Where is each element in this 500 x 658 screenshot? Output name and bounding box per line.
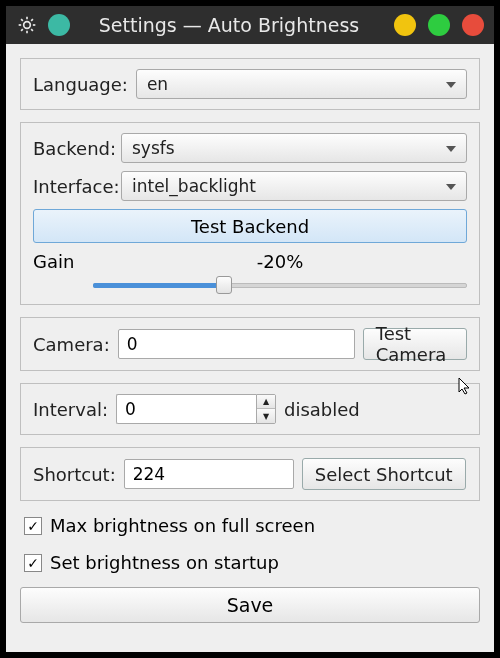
svg-point-0 (24, 22, 31, 29)
interval-label: Interval: (33, 399, 108, 420)
shortcut-group: Shortcut: Select Shortcut (20, 447, 480, 501)
language-label: Language: (33, 74, 128, 95)
settings-window: Settings — Auto Brightness Language: en … (0, 0, 500, 658)
gain-value: -20% (93, 251, 467, 272)
interval-status: disabled (284, 399, 360, 420)
checkbox-checked-icon[interactable]: ✓ (24, 517, 42, 535)
camera-group: Camera: Test Camera (20, 317, 480, 371)
interval-input[interactable] (116, 394, 256, 424)
startup-brightness-checkbox-row[interactable]: ✓ Set brightness on startup (20, 550, 480, 575)
backend-select[interactable]: sysfs (121, 133, 467, 163)
svg-line-5 (21, 19, 23, 21)
backend-label: Backend: (33, 138, 113, 159)
interface-select[interactable]: intel_backlight (121, 171, 467, 201)
max-brightness-checkbox-row[interactable]: ✓ Max brightness on full screen (20, 513, 480, 538)
gain-label: Gain (33, 251, 93, 272)
svg-line-6 (31, 29, 33, 31)
max-brightness-label: Max brightness on full screen (50, 515, 315, 536)
interface-label: Interface: (33, 176, 113, 197)
select-shortcut-button[interactable]: Select Shortcut (302, 458, 466, 490)
window-title: Settings — Auto Brightness (80, 14, 384, 36)
spin-down-icon[interactable]: ▼ (257, 409, 275, 423)
maximize-button[interactable] (428, 14, 450, 36)
app-status-dot (48, 14, 70, 36)
language-select[interactable]: en (136, 69, 467, 99)
camera-input[interactable] (118, 329, 355, 359)
test-camera-button[interactable]: Test Camera (363, 328, 467, 360)
shortcut-label: Shortcut: (33, 464, 116, 485)
titlebar: Settings — Auto Brightness (6, 6, 494, 44)
interval-spinner[interactable]: ▲ ▼ (116, 394, 276, 424)
gain-slider[interactable] (93, 276, 467, 294)
spin-up-icon[interactable]: ▲ (257, 395, 275, 409)
cursor-icon (457, 376, 473, 396)
slider-thumb[interactable] (216, 276, 232, 294)
language-group: Language: en (20, 58, 480, 110)
backend-group: Backend: sysfs Interface: intel_backligh… (20, 122, 480, 305)
camera-label: Camera: (33, 334, 110, 355)
interval-group: Interval: ▲ ▼ disabled (20, 383, 480, 435)
minimize-button[interactable] (394, 14, 416, 36)
save-button[interactable]: Save (20, 587, 480, 623)
checkbox-checked-icon[interactable]: ✓ (24, 554, 42, 572)
shortcut-input[interactable] (124, 459, 294, 489)
startup-brightness-label: Set brightness on startup (50, 552, 279, 573)
close-button[interactable] (462, 14, 484, 36)
svg-line-7 (21, 29, 23, 31)
svg-line-8 (31, 19, 33, 21)
brightness-icon (16, 14, 38, 36)
test-backend-button[interactable]: Test Backend (33, 209, 467, 243)
window-body: Language: en Backend: sysfs Interface: i… (6, 44, 494, 652)
window-controls (394, 14, 484, 36)
